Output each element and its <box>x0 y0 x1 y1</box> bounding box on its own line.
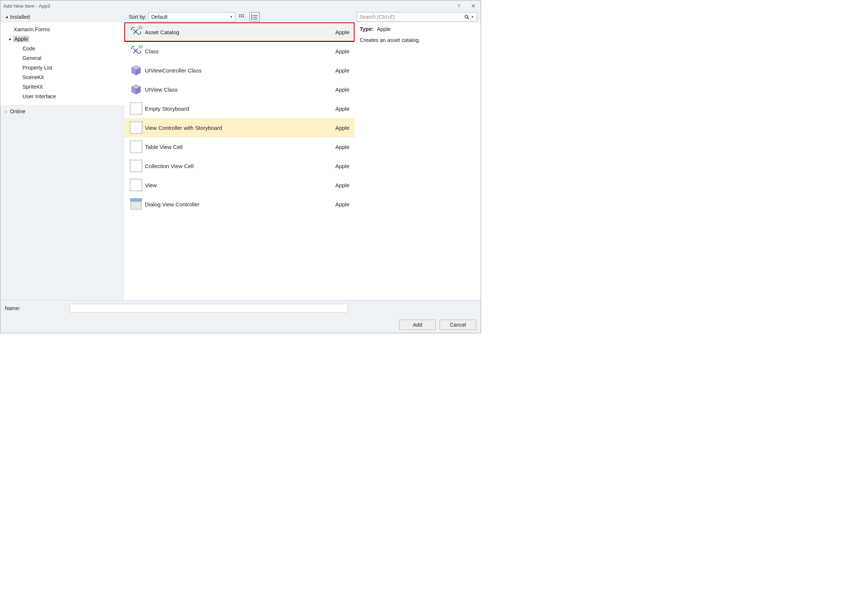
template-category: Apple <box>336 201 349 207</box>
dlg-icon <box>128 198 144 211</box>
svg-rect-22 <box>131 47 132 49</box>
dialog-window: Add New Item - App3 ? Installed Sort by:… <box>0 0 481 333</box>
collapse-icon <box>5 15 8 19</box>
svg-text:C#: C# <box>139 26 142 30</box>
sidebar-item-label: Code <box>23 46 35 52</box>
view-list-button[interactable] <box>249 12 260 22</box>
svg-rect-9 <box>251 17 252 18</box>
sort-dropdown[interactable]: Default ▼ <box>149 12 235 22</box>
svg-rect-11 <box>251 18 252 20</box>
svg-marker-0 <box>6 16 8 18</box>
template-item[interactable]: Empty StoryboardApple <box>124 99 355 118</box>
details-pane: Type: Apple Creates an asset catalog. <box>355 23 481 300</box>
template-name: View <box>144 182 336 188</box>
svg-rect-36 <box>130 141 142 153</box>
sidebar-item-label: Apple <box>13 36 29 42</box>
sidebar-item[interactable]: Property List <box>0 63 124 72</box>
name-input[interactable] <box>70 304 348 313</box>
grid-icon <box>239 14 246 20</box>
sidebar-header-label: Installed <box>10 14 30 20</box>
template-name: View Controller with Storyboard <box>144 125 336 131</box>
sidebar-online[interactable]: ▷ Online <box>0 106 124 117</box>
svg-rect-12 <box>253 19 258 20</box>
template-item[interactable]: C#Asset CatalogApple <box>124 23 355 41</box>
template-category: Apple <box>336 29 349 35</box>
sidebar-online-label: Online <box>10 108 25 114</box>
svg-rect-17 <box>131 28 132 30</box>
cancel-button[interactable]: Cancel <box>439 320 476 330</box>
search-icon <box>463 14 471 20</box>
svg-rect-4 <box>239 16 240 17</box>
svg-marker-15 <box>8 38 11 40</box>
svg-rect-18 <box>138 34 140 35</box>
sidebar-item[interactable]: SpriteKit <box>0 82 124 92</box>
templates-area: C#Asset CatalogAppleC#ClassAppleUIViewCo… <box>124 23 481 300</box>
search-options-chevron-icon[interactable]: ▼ <box>471 15 477 19</box>
svg-rect-16 <box>132 27 134 28</box>
template-item[interactable]: ViewApple <box>124 175 355 195</box>
sidebar-item[interactable]: User Interface <box>0 92 124 101</box>
sidebar-item-label: Property List <box>23 65 52 71</box>
svg-rect-23 <box>138 53 140 54</box>
template-name: UIViewController Class <box>144 67 336 73</box>
template-item[interactable]: Dialog View ControllerApple <box>124 195 355 214</box>
svg-rect-2 <box>241 14 242 15</box>
search-input[interactable] <box>357 13 463 21</box>
add-button[interactable]: Add <box>399 320 436 330</box>
template-item[interactable]: Collection View CellApple <box>124 156 355 175</box>
svg-point-13 <box>465 15 468 18</box>
template-name: Empty Storyboard <box>144 105 336 112</box>
svg-rect-10 <box>253 17 258 18</box>
svg-rect-40 <box>130 179 142 191</box>
close-button[interactable] <box>466 0 481 11</box>
detail-type-value: Apple <box>377 26 391 32</box>
svg-rect-43 <box>131 198 142 201</box>
chevron-down-icon: ▼ <box>229 15 233 19</box>
template-category: Apple <box>336 48 349 55</box>
template-name: Dialog View Controller <box>144 201 336 207</box>
svg-rect-38 <box>130 160 142 172</box>
collapse-icon <box>8 37 13 41</box>
button-row: Add Cancel <box>5 320 476 330</box>
window-title: Add New Item - App3 <box>3 3 50 9</box>
template-name: Class <box>144 48 336 55</box>
cube-icon <box>128 84 144 95</box>
svg-rect-21 <box>132 46 134 47</box>
template-name: UIView Class <box>144 87 336 93</box>
template-item[interactable]: UIView ClassApple <box>124 80 355 99</box>
sidebar-header[interactable]: Installed <box>0 14 129 20</box>
sidebar-item[interactable]: Apple <box>0 34 124 44</box>
category-tree: Xamarin.FormsAppleCodeGeneralProperty Li… <box>0 23 124 105</box>
template-item[interactable]: UIViewController ClassApple <box>124 61 355 80</box>
sidebar-item[interactable]: Xamarin.Forms <box>0 24 124 34</box>
sort-label: Sort by: <box>129 14 146 20</box>
svg-rect-44 <box>132 203 140 209</box>
bottom-bar: Name: Add Cancel <box>0 300 481 333</box>
svg-text:C#: C# <box>139 45 142 49</box>
svg-rect-3 <box>243 14 244 15</box>
sidebar-item[interactable]: General <box>0 53 124 63</box>
svg-rect-8 <box>253 15 258 16</box>
template-item[interactable]: View Controller with StoryboardApple <box>124 118 355 137</box>
sidebar-item-label: Xamarin.Forms <box>14 26 50 32</box>
help-button[interactable]: ? <box>451 0 466 11</box>
search-box[interactable]: ▼ <box>357 12 477 22</box>
template-item[interactable]: C#ClassApple <box>124 41 355 61</box>
sidebar-item[interactable]: SceneKit <box>0 72 124 82</box>
detail-type-row: Type: Apple <box>360 26 476 32</box>
svg-rect-5 <box>241 16 242 17</box>
view-grid-button[interactable] <box>238 12 247 21</box>
sidebar-item[interactable]: Code <box>0 44 124 53</box>
template-category: Apple <box>336 163 349 169</box>
cs-icon: C# <box>128 26 144 38</box>
svg-rect-34 <box>130 122 142 134</box>
cs-icon: C# <box>128 45 144 57</box>
svg-rect-7 <box>251 15 252 16</box>
sb-icon <box>128 178 144 192</box>
sb-icon <box>128 102 144 115</box>
sb-icon <box>128 159 144 172</box>
svg-rect-6 <box>243 16 244 17</box>
list-icon <box>251 14 258 20</box>
template-item[interactable]: Table View CellApple <box>124 137 355 156</box>
sb-icon <box>128 121 144 134</box>
